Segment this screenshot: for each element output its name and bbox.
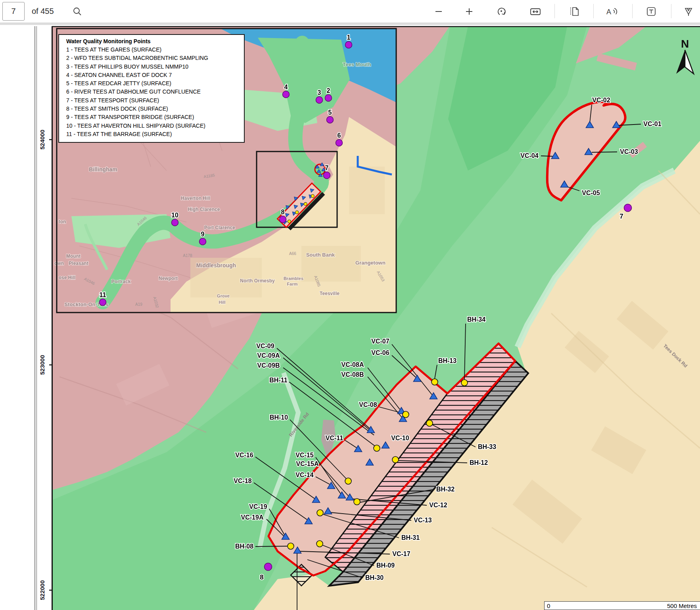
sample-label-bh-30: BH-30 xyxy=(365,574,384,581)
inset-place-label: Newport xyxy=(159,276,178,281)
sample-label-vc-02: VC-02 xyxy=(592,97,610,104)
page-number-input[interactable]: 7 xyxy=(2,2,25,21)
legend-item: 11 - TEES AT THE BARRAGE (SURFACE) xyxy=(66,130,244,138)
sample-label-vc-18: VC-18 xyxy=(234,478,251,484)
sample-label-bh-32: BH-32 xyxy=(436,486,455,493)
sample-label-bh-34: BH-34 xyxy=(467,316,485,323)
legend-box: Water Quality Monitoring Points 1 - TEES… xyxy=(58,34,245,143)
wq-point-number: 5 xyxy=(328,109,332,116)
wq-point-number: 6 xyxy=(338,132,341,139)
sample-label-vc-13: VC-13 xyxy=(414,517,432,524)
bh-circle-marker xyxy=(426,420,433,426)
bh-circle-marker xyxy=(374,445,380,451)
wq-point-number: 8 xyxy=(260,574,263,581)
toolbar-separator xyxy=(554,4,555,18)
sample-label-bh-31: BH-31 xyxy=(401,534,420,541)
wq-point-number: 8 xyxy=(281,209,285,215)
search-icon[interactable] xyxy=(71,6,83,17)
sample-label-vc-12: VC-12 xyxy=(429,502,447,508)
toolbar-separator xyxy=(632,4,633,18)
axis-label: 522000 xyxy=(39,580,46,600)
bh-circle-marker xyxy=(432,379,438,385)
sample-label-vc-09: VC-09 xyxy=(256,343,274,349)
wq-point-number: 7 xyxy=(619,213,623,220)
wq-point-number: 3 xyxy=(318,89,321,96)
pdf-toolbar: 7 of 455 A xyxy=(0,0,700,23)
inset-place-label: ton xyxy=(59,219,66,224)
page-view-icon[interactable] xyxy=(568,6,580,17)
legend-item: 6 - RIVER TEES AT DABHOLME GUT CONFLUENC… xyxy=(66,88,244,96)
pdf-viewer: 7 of 455 A xyxy=(0,0,700,610)
sample-label-bh-33: BH-33 xyxy=(478,443,496,450)
wq-point-number: 4 xyxy=(284,84,288,90)
bh-circle-marker xyxy=(316,541,323,547)
wq-point-marker xyxy=(624,204,632,212)
sample-label-vc-08: VC-08 xyxy=(359,401,377,408)
inset-place-label: Haverton Hill xyxy=(181,196,210,201)
inset-place-label: Grove xyxy=(217,293,230,298)
sample-label-vc-19: VC-19 xyxy=(249,503,267,510)
wq-point-marker xyxy=(325,95,332,102)
sample-label-vc-15: VC-15 xyxy=(295,452,313,458)
wq-point-marker xyxy=(100,299,106,306)
legend-item: 8 - TEES AT SMITHS DOCK (SURFACE) xyxy=(66,105,244,113)
legend-item: 7 - TEES AT TEESPORT (SURFACE) xyxy=(66,96,244,105)
wq-point-marker xyxy=(280,216,286,223)
legend-item: 1 - TEES AT THE GARES (SURFACE) xyxy=(66,46,244,54)
axis-label: 523000 xyxy=(39,355,46,375)
sample-label-bh-08: BH-08 xyxy=(235,543,253,550)
sample-label-vc-19a: VC-19A xyxy=(241,514,264,521)
sample-label-vc-09a: VC-09A xyxy=(257,352,280,359)
bh-circle-marker xyxy=(317,510,323,516)
bh-circle-marker xyxy=(288,543,294,549)
scale-bar: 0 500 Metres xyxy=(544,601,700,610)
inset-place-label: South Bank xyxy=(306,252,335,258)
inset-place-label: Tees Mouth xyxy=(343,61,371,67)
wq-point-number: 11 xyxy=(100,292,106,298)
sample-label-vc-14: VC-14 xyxy=(295,472,313,478)
fit-width-icon[interactable] xyxy=(529,6,541,17)
zoom-out-icon[interactable] xyxy=(433,6,445,17)
sample-label-bh-10: BH-10 xyxy=(270,414,288,421)
legend-item: 5 - TEES AT REDCAR JETTY (SURFACE) xyxy=(66,79,244,88)
legend-item: 4 - SEATON CHANNEL EAST OF DOCK 7 xyxy=(66,71,244,79)
inset-place-label: Billingham xyxy=(89,166,117,173)
svg-text:A: A xyxy=(606,8,611,16)
wq-point-number: 9 xyxy=(201,231,205,238)
toolbar-separator xyxy=(593,4,594,18)
sample-label-vc-07: VC-07 xyxy=(371,338,389,345)
inset-road-label: A178 xyxy=(183,253,192,258)
leader-line xyxy=(541,156,552,156)
zoom-in-icon[interactable] xyxy=(463,6,475,17)
leader-line xyxy=(255,546,287,547)
inset-place-label: High Clarence xyxy=(188,207,220,212)
wq-point-number: 10 xyxy=(171,212,178,219)
scale-end: 500 Metres xyxy=(667,602,697,609)
rotate-icon[interactable] xyxy=(496,6,508,17)
inset-place-label: Port Clarence xyxy=(204,225,235,230)
sample-label-vc-03: VC-03 xyxy=(620,148,638,155)
read-aloud-icon[interactable]: A xyxy=(605,6,617,17)
wq-point-marker xyxy=(172,219,178,226)
inset-place-label: Farm xyxy=(287,282,298,286)
wq-point-marker xyxy=(327,117,334,123)
inset-place-label: Teesville xyxy=(320,291,339,296)
toolbar-shadow xyxy=(0,23,700,25)
sample-label-vc-04: VC-04 xyxy=(520,152,538,159)
sample-label-vc-08a: VC-08A xyxy=(341,361,364,368)
wq-point-number: 1 xyxy=(347,34,351,41)
inset-road-label: A19 xyxy=(135,302,142,307)
add-text-icon[interactable] xyxy=(645,6,657,17)
sample-label-bh-13: BH-13 xyxy=(438,357,456,364)
bh-circle-marker xyxy=(403,411,409,418)
inset-place-label: Pleasant xyxy=(69,261,88,266)
sample-label-vc-17: VC-17 xyxy=(392,551,410,557)
page-count-label: of 455 xyxy=(32,0,54,23)
sample-label-vc-08b: VC-08B xyxy=(341,371,364,378)
sample-label-vc-01: VC-01 xyxy=(643,121,661,127)
toolbar-separator xyxy=(671,4,671,18)
draw-icon[interactable] xyxy=(683,6,695,17)
legend-item: 2 - WFD TEES SUBTIDAL MACROBENTHIC SAMPL… xyxy=(66,54,244,62)
bh-circle-marker xyxy=(392,457,399,463)
wq-point-number: 7 xyxy=(325,165,329,171)
